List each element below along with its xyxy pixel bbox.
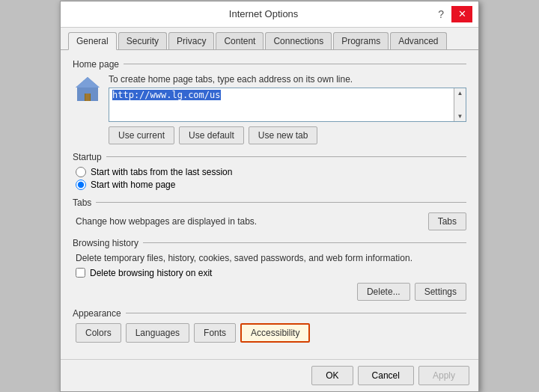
appearance-section: Appearance Colors Languages Fonts Access… <box>73 308 466 343</box>
accessibility-button[interactable]: Accessibility <box>240 323 310 343</box>
cancel-button[interactable]: Cancel <box>358 366 414 385</box>
tab-privacy[interactable]: Privacy <box>168 32 214 49</box>
tabs-bar: General Security Privacy Content Connect… <box>61 28 478 50</box>
startup-last-session-label: Start with tabs from the last session <box>91 167 232 177</box>
startup-home-page-label: Start with home page <box>91 180 175 190</box>
bottom-bar: OK Cancel Apply <box>61 359 478 391</box>
startup-last-session-radio[interactable] <box>76 167 86 177</box>
delete-history-checkbox[interactable] <box>76 268 85 278</box>
tabs-button[interactable]: Tabs <box>428 212 466 230</box>
fonts-button[interactable]: Fonts <box>194 323 236 343</box>
home-page-url-input[interactable]: <span class="url-selected">http://www.lg… <box>109 88 454 121</box>
dialog-title: Internet Options <box>92 8 435 19</box>
house-icon <box>73 74 103 104</box>
svg-rect-4 <box>85 94 90 101</box>
tab-connections[interactable]: Connections <box>265 32 332 49</box>
tab-content-general: Home page To create home page tabs, type… <box>61 50 478 359</box>
browsing-history-label: Browsing history <box>73 238 466 248</box>
startup-radio-group: Start with tabs from the last session St… <box>76 167 466 190</box>
tab-security[interactable]: Security <box>118 32 167 49</box>
title-bar: Internet Options ? ✕ <box>61 1 478 28</box>
browsing-history-description: Delete temporary files, history, cookies… <box>76 253 466 263</box>
ok-button[interactable]: OK <box>311 366 353 385</box>
languages-button[interactable]: Languages <box>126 323 189 343</box>
home-page-label: Home page <box>73 59 466 70</box>
startup-option-last-session: Start with tabs from the last session <box>76 167 466 177</box>
help-button[interactable]: ? <box>435 8 447 20</box>
home-page-right: To create home page tabs, type each addr… <box>109 74 466 144</box>
startup-section: Startup Start with tabs from the last se… <box>73 152 466 190</box>
browsing-history-buttons: Delete... Settings <box>73 283 466 301</box>
browsing-history-section: Browsing history Delete temporary files,… <box>73 238 466 301</box>
internet-options-dialog: Internet Options ? ✕ General Security Pr… <box>60 1 479 392</box>
url-scrollbar[interactable]: ▲ ▼ <box>454 88 466 121</box>
home-page-content: To create home page tabs, type each addr… <box>73 74 466 144</box>
appearance-label: Appearance <box>73 308 466 319</box>
title-controls: ? ✕ <box>435 6 472 22</box>
startup-option-home-page: Start with home page <box>76 180 466 190</box>
scroll-up-arrow[interactable]: ▲ <box>456 88 465 98</box>
apply-button[interactable]: Apply <box>418 366 469 385</box>
url-textarea-wrapper: <span class="url-selected">http://www.lg… <box>109 88 466 122</box>
tab-programs[interactable]: Programs <box>333 32 389 49</box>
tabs-section: Tabs Change how webpages are displayed i… <box>73 197 466 230</box>
delete-history-checkbox-row: Delete browsing history on exit <box>76 268 466 278</box>
tabs-section-label: Tabs <box>73 197 466 208</box>
home-page-description: To create home page tabs, type each addr… <box>109 74 466 85</box>
home-page-buttons: Use current Use default Use new tab <box>109 126 466 144</box>
use-new-tab-button[interactable]: Use new tab <box>249 126 318 144</box>
tab-advanced[interactable]: Advanced <box>390 32 446 49</box>
colors-button[interactable]: Colors <box>76 323 121 343</box>
tab-content[interactable]: Content <box>216 32 264 49</box>
use-default-button[interactable]: Use default <box>179 126 244 144</box>
settings-button[interactable]: Settings <box>415 283 466 301</box>
delete-history-label: Delete browsing history on exit <box>90 268 212 278</box>
startup-label: Startup <box>73 152 466 162</box>
tabs-description: Change how webpages are displayed in tab… <box>76 216 257 227</box>
startup-home-page-radio[interactable] <box>76 180 86 190</box>
home-page-section: Home page To create home page tabs, type… <box>73 59 466 144</box>
delete-button[interactable]: Delete... <box>357 283 410 301</box>
svg-marker-3 <box>76 77 100 88</box>
appearance-buttons: Colors Languages Fonts Accessibility <box>76 323 466 343</box>
scroll-down-arrow[interactable]: ▼ <box>456 111 465 121</box>
tab-general[interactable]: General <box>68 32 117 50</box>
tabs-section-content: Change how webpages are displayed in tab… <box>76 212 466 230</box>
close-button[interactable]: ✕ <box>451 6 472 22</box>
use-current-button[interactable]: Use current <box>109 126 174 144</box>
